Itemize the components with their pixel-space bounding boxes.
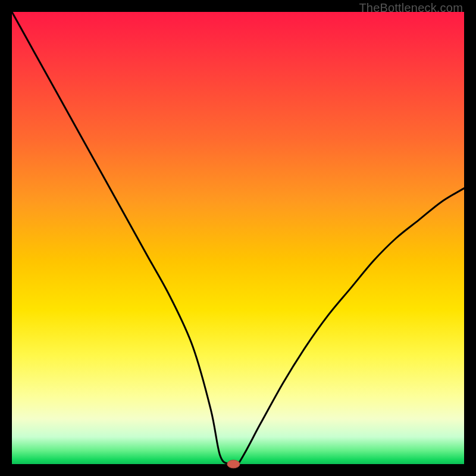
watermark-text: TheBottleneck.com bbox=[359, 1, 463, 15]
chart-svg bbox=[12, 12, 464, 464]
bottleneck-curve bbox=[12, 12, 464, 468]
bottleneck-marker bbox=[227, 460, 240, 468]
chart-frame: TheBottleneck.com bbox=[0, 0, 476, 476]
chart-plot-area bbox=[12, 12, 464, 464]
